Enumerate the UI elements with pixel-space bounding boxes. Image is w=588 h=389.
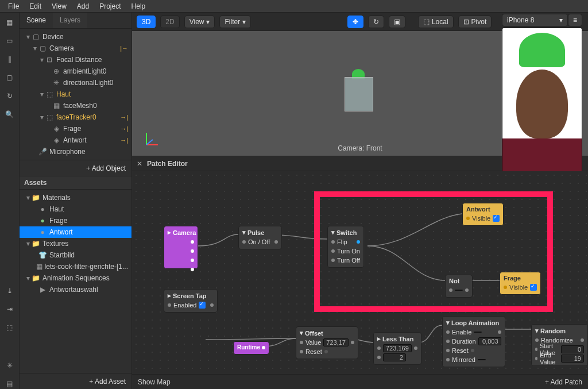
device-dropdown[interactable]: iPhone 8▾ <box>502 14 568 26</box>
camera-label: Camera: Front <box>338 144 382 152</box>
local-button[interactable]: ⬚ Local <box>418 16 454 28</box>
chevron-down-icon: ▾ <box>242 18 246 26</box>
move-tool[interactable]: ✥ <box>347 16 363 28</box>
scene-row[interactable]: ✳directionalLight0 <box>20 77 131 88</box>
node-random[interactable]: ▾ Random Randomize Start Value 0 End Val… <box>531 324 588 366</box>
patch-editor-title: Patch Editor <box>147 160 188 168</box>
asset-row[interactable]: ●Antwort <box>20 226 131 238</box>
node-camera[interactable]: ▸ Camera <box>164 226 198 269</box>
pivot-button[interactable]: ⊡ Pivot <box>458 16 492 28</box>
chef-hat-graphic <box>519 33 565 67</box>
axis-gizmo <box>144 130 161 148</box>
pause-icon[interactable]: ‖ <box>5 54 15 64</box>
asset-row[interactable]: ▾📁Materials <box>20 192 131 203</box>
node-screen-tap[interactable]: ▸ Screen Tap Enabled <box>164 289 218 313</box>
patch-editor[interactable]: ▸ Camera ▾ Pulse On / Off ▾ Switch Flip … <box>132 171 588 374</box>
scene-row[interactable]: ▾⊡Focal Distance <box>20 54 131 66</box>
chevron-down-icon: ▾ <box>559 16 563 24</box>
node-offset[interactable]: ▾ Offset Value 723,17 Reset <box>296 326 358 359</box>
node-runtime[interactable]: Runtime <box>233 341 269 355</box>
scene-row[interactable]: ▾▢Device <box>20 31 131 43</box>
asset-row[interactable]: ▶Antwortauswahl <box>20 284 131 295</box>
scene-row[interactable]: ◈Frage→| <box>20 123 131 134</box>
export-icon[interactable]: ⤓ <box>5 286 15 296</box>
visible-checkbox[interactable] <box>493 215 500 222</box>
camera-icon[interactable]: ▭ <box>5 36 15 46</box>
layout-icon[interactable]: ▦ <box>5 17 15 28</box>
refresh-icon[interactable]: ↻ <box>5 91 15 101</box>
enabled-checkbox[interactable] <box>199 302 206 309</box>
square-icon[interactable]: ▢ <box>5 72 15 83</box>
left-panel: Scene Layers ▾▢Device▾▢Camera|→▾⊡Focal D… <box>20 13 132 389</box>
node-antwort[interactable]: Antwort Visible <box>462 203 504 226</box>
scene-row[interactable]: ▾⬚Haut <box>20 88 131 100</box>
menu-view[interactable]: View <box>47 1 71 11</box>
grid-icon[interactable]: ▤ <box>5 379 15 389</box>
svg-line-2 <box>146 140 153 145</box>
center-area: 3D 2D View ▾ Filter ▾ ✥ ↻ ▣ ⬚ Local ⊡ Pi… <box>132 13 588 389</box>
menu-bar: File Edit View Add Project Help <box>0 0 588 13</box>
asset-tree[interactable]: ▾📁Materials●Haut●Frage●Antwort▾📁Textures… <box>20 190 131 373</box>
menu-help[interactable]: Help <box>127 1 150 11</box>
frame-tool[interactable]: ▣ <box>389 16 405 28</box>
node-frage[interactable]: Frage Visible <box>500 272 541 295</box>
assets-header: Assets <box>20 176 131 190</box>
asset-row[interactable]: 👕Startbild <box>20 249 131 261</box>
asset-row[interactable]: ▾📁Textures <box>20 238 131 249</box>
node-less-than[interactable]: ▸ Less Than 723,169 2 <box>373 332 421 365</box>
asset-row[interactable]: ●Frage <box>20 215 131 226</box>
show-map-button[interactable]: Show Map <box>138 378 171 386</box>
node-loop-animation[interactable]: ▾ Loop Animation Enable Duration 0,003 R… <box>442 316 505 367</box>
visible-checkbox[interactable] <box>530 284 537 291</box>
device-preview <box>502 28 582 179</box>
patch-footer: Show Map + Add Patch <box>132 374 588 389</box>
close-patch-icon[interactable]: ✕ <box>137 160 142 168</box>
scene-tree[interactable]: ▾▢Device▾▢Camera|→▾⊡Focal Distance⊕ambie… <box>20 29 131 160</box>
add-object-button[interactable]: + Add Object <box>20 160 131 176</box>
face-plane <box>345 77 373 111</box>
preview-face <box>516 70 568 138</box>
node-not[interactable]: Not <box>445 275 473 298</box>
tool-rail: ▦ ▭ ‖ ▢ ↻ 🔍 ⤓ ⇥ ⬚ ✳ ▤ <box>0 13 20 389</box>
send-icon[interactable]: ⬚ <box>5 322 15 333</box>
asset-row[interactable]: ●Haut <box>20 203 131 215</box>
menu-add[interactable]: Add <box>72 1 94 11</box>
scene-row[interactable]: ▾⬚faceTracker0→| <box>20 111 131 123</box>
chevron-down-icon: ▾ <box>206 18 210 26</box>
scene-row[interactable]: ▾▢Camera|→ <box>20 43 131 54</box>
search-icon[interactable]: 🔍 <box>5 109 15 120</box>
scene-row[interactable]: ▦faceMesh0 <box>20 100 131 111</box>
menu-project[interactable]: Project <box>95 1 125 11</box>
view-dropdown[interactable]: View ▾ <box>184 16 215 28</box>
tab-layers[interactable]: Layers <box>53 13 87 28</box>
2d-button[interactable]: 2D <box>160 16 179 28</box>
node-pulse[interactable]: ▾ Pulse On / Off <box>238 226 282 249</box>
add-asset-button[interactable]: + Add Asset <box>20 373 131 389</box>
asset-row[interactable]: ▦lets-cook-filter-gerichte-[1... <box>20 261 131 272</box>
node-switch[interactable]: ▾ Switch Flip Turn On Turn Off <box>327 226 364 268</box>
orbit-tool[interactable]: ↻ <box>368 16 384 28</box>
filter-dropdown[interactable]: Filter ▾ <box>219 16 251 28</box>
add-patch-button[interactable]: + Add Patch <box>545 378 582 386</box>
upload-icon[interactable]: ⇥ <box>5 304 15 314</box>
scene-row[interactable]: ⊕ambientLight0 <box>20 66 131 77</box>
spark-icon[interactable]: ✳ <box>5 360 15 371</box>
menu-file[interactable]: File <box>3 1 24 11</box>
scene-row[interactable]: ◈Antwort→| <box>20 134 131 146</box>
menu-edit[interactable]: Edit <box>25 1 46 11</box>
tab-scene[interactable]: Scene <box>20 13 53 28</box>
asset-row[interactable]: ▾📁Animation Sequences <box>20 272 131 284</box>
scene-row[interactable]: 🎤Microphone <box>20 146 131 157</box>
device-menu[interactable]: ≡ <box>568 14 582 26</box>
3d-button[interactable]: 3D <box>137 16 156 28</box>
